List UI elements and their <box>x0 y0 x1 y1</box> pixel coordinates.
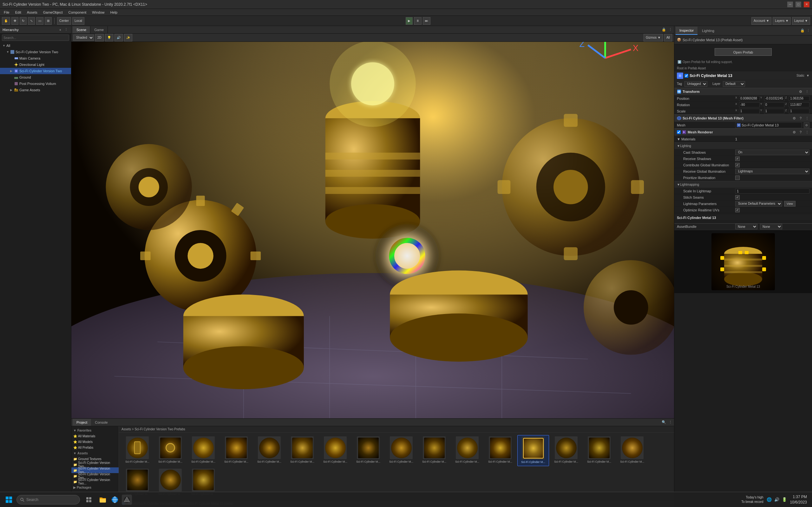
rot-z[interactable]: 113.807 <box>789 102 809 107</box>
task-view-btn[interactable] <box>84 495 94 505</box>
proj-scifi-4[interactable]: 📁Sci-Fi Cylinder Version Two... <box>71 479 119 485</box>
tray-volume-icon[interactable]: 🔊 <box>774 497 780 503</box>
asset-item-16[interactable]: Sci-Fi Cylinder M... <box>616 435 648 466</box>
inspector-lock-btn[interactable]: 🔒 <box>800 28 805 33</box>
transform-menu-btn[interactable]: ⋮ <box>804 89 809 94</box>
tool-transform[interactable]: ⊞ <box>45 17 52 25</box>
layout-button[interactable]: Layout▼ <box>792 17 810 25</box>
open-prefab-btn[interactable]: Open Prefab <box>715 48 772 56</box>
taskbar-unity[interactable] <box>122 495 132 505</box>
asset-item-6[interactable]: Sci-Fi Cylinder M... <box>287 435 318 466</box>
tab-game[interactable]: Game <box>90 26 108 33</box>
step-button[interactable]: ⏭ <box>423 17 430 25</box>
rot-y[interactable]: 0 <box>764 102 785 107</box>
audio-toggle[interactable]: 🔊 <box>114 34 123 42</box>
scale-y[interactable]: 1 <box>764 109 785 114</box>
mesh-select-btn[interactable]: ⊙ <box>804 122 809 128</box>
asset-item-12[interactable]: Sci-Fi Cylinder M... <box>484 435 516 466</box>
menu-help[interactable]: Help <box>107 10 120 15</box>
asset-item-5[interactable]: Sci-Fi Cylinder M... <box>253 435 285 466</box>
maximize-button[interactable]: □ <box>796 2 801 7</box>
asset-bundle-variant-dropdown[interactable]: None <box>760 224 782 229</box>
tool-hand[interactable]: ✋ <box>2 17 10 25</box>
start-button[interactable] <box>3 495 15 505</box>
pos-y[interactable]: -0.01032245 <box>764 96 785 101</box>
prioritize-illum-checkbox[interactable] <box>735 176 740 180</box>
asset-item-7[interactable]: Sci-Fi Cylinder M... <box>319 435 351 466</box>
asset-item-8[interactable]: Sci-Fi Cylinder M... <box>352 435 384 466</box>
hierarchy-search[interactable] <box>2 35 69 41</box>
mesh-ref[interactable]: M Sci-Fi Cylinder Metal 13 <box>735 122 802 128</box>
scale-x[interactable]: 1 <box>739 109 760 114</box>
tab-console[interactable]: Console <box>91 419 111 426</box>
proj-all-materials[interactable]: ⭐All Materials <box>71 433 119 439</box>
lighting-section-header[interactable]: ▼ Lighting <box>674 142 812 149</box>
menu-window[interactable]: Window <box>90 10 107 15</box>
all-btn[interactable]: All <box>664 34 672 42</box>
transform-settings-btn[interactable]: ⚙ <box>798 89 803 94</box>
shading-dropdown[interactable]: Shaded <box>73 35 94 41</box>
hier-item-gameassets[interactable]: ▶ Game Assets <box>0 87 71 93</box>
taskbar-file-explorer[interactable] <box>98 495 108 505</box>
minimize-button[interactable]: ─ <box>787 2 793 7</box>
menu-component[interactable]: Component <box>66 10 89 15</box>
mesh-renderer-help-btn[interactable]: ? <box>798 130 803 135</box>
asset-item-4[interactable]: Sci-Fi Cylinder M... <box>220 435 252 466</box>
tab-inspector[interactable]: Inspector <box>676 26 698 35</box>
menu-file[interactable]: File <box>1 10 12 15</box>
pause-button[interactable]: ⏸ <box>414 17 421 25</box>
pos-x[interactable]: 0.00869288 <box>739 96 760 101</box>
mesh-renderer-menu-btn[interactable]: ⋮ <box>804 130 809 135</box>
lightmapping-section-header[interactable]: ▼ Lightmapping <box>674 181 812 188</box>
hier-item-scifi[interactable]: ▶ Sci-Fi Cylinder Version Two <box>0 68 71 74</box>
tab-project[interactable]: Project <box>72 419 91 426</box>
tool-scale[interactable]: ⤡ <box>28 17 35 25</box>
inspector-menu-btn[interactable]: ⋮ <box>806 28 811 33</box>
project-search-btn[interactable]: 🔍 <box>661 420 666 425</box>
menu-assets[interactable]: Assets <box>24 10 40 15</box>
fx-toggle[interactable]: ✨ <box>124 34 132 42</box>
asset-item-15[interactable]: Sci-Fi Cylinder M... <box>583 435 615 466</box>
menu-gameobject[interactable]: GameObject <box>41 10 65 15</box>
mesh-filter-help-btn[interactable]: ? <box>798 116 803 121</box>
gizmos-btn[interactable]: Gizmos▼ <box>644 34 663 42</box>
asset-item-2[interactable]: Sci-Fi Cylinder M... <box>154 435 186 466</box>
close-button[interactable]: ✕ <box>804 2 809 7</box>
contribute-gi-checkbox[interactable]: ✓ <box>735 163 740 167</box>
lightmap-params-view-btn[interactable]: View <box>784 201 796 207</box>
obj-enabled-checkbox[interactable] <box>684 74 688 78</box>
menu-edit[interactable]: Edit <box>13 10 24 15</box>
layers-button[interactable]: Layers▼ <box>773 17 791 25</box>
taskbar-search-box[interactable]: Search <box>16 495 80 504</box>
scene-lock-btn[interactable]: 🔒 <box>661 27 666 32</box>
tool-rect[interactable]: ▭ <box>36 17 44 25</box>
asset-item-14[interactable]: Sci-Fi Cylinder M... <box>550 435 582 466</box>
asset-item-3[interactable]: Sci-Fi Cylinder M... <box>188 435 219 466</box>
stitch-seams-checkbox[interactable]: ✓ <box>735 195 740 200</box>
asset-item-1[interactable]: Sci-Fi Cylinder M... <box>121 435 153 466</box>
rot-x[interactable]: -90 <box>739 102 760 107</box>
hier-item-ground[interactable]: Ground <box>0 74 71 80</box>
mesh-renderer-settings-btn[interactable]: ⚙ <box>792 130 797 135</box>
scale-lightmap-value[interactable]: 1 <box>735 188 809 193</box>
pivot-local[interactable]: Local <box>72 17 84 25</box>
receive-shadows-checkbox[interactable]: ✓ <box>735 157 740 161</box>
receive-gi-dropdown[interactable]: Lightmaps <box>735 169 809 174</box>
scene-view[interactable]: X Y Z <box>71 42 674 418</box>
asset-item-9[interactable]: Sci-Fi Cylinder M... <box>386 435 417 466</box>
hier-item-all[interactable]: ▼All <box>0 43 71 49</box>
mesh-filter-header[interactable]: Sci-Fi Cylinder Metal 13 (Mesh Filter) ⚙… <box>674 114 812 122</box>
proj-all-models[interactable]: ⭐All Models <box>71 439 119 445</box>
asset-bundle-dropdown[interactable]: None <box>735 224 757 229</box>
hierarchy-add-btn[interactable]: + <box>58 27 63 32</box>
optimize-uvs-checkbox[interactable]: ✓ <box>735 208 740 212</box>
scene-menu-btn[interactable]: ⋮ <box>668 27 673 32</box>
hier-item-scene[interactable]: ▼ Sci-Fi Cylinder Version Two <box>0 49 71 55</box>
hier-item-light[interactable]: Directional Light <box>0 61 71 68</box>
hier-item-postfx[interactable]: Post Processing Volium <box>0 80 71 87</box>
mesh-renderer-enabled[interactable] <box>677 130 681 134</box>
tool-move[interactable]: ✥ <box>11 17 18 25</box>
tag-dropdown[interactable]: Untagged <box>684 81 707 87</box>
asset-item-13[interactable]: Sci-Fi Cylinder M... <box>517 435 549 466</box>
tab-lighting[interactable]: Lighting <box>698 26 718 35</box>
